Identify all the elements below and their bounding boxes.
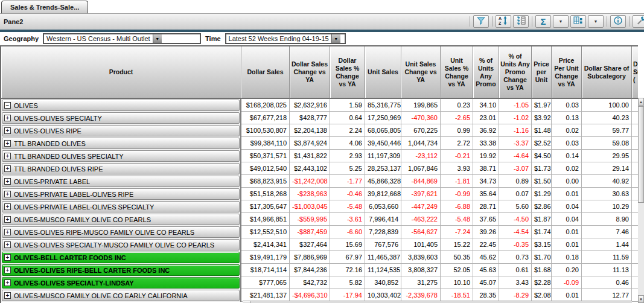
value-cell: 37.65 bbox=[473, 213, 499, 226]
expand-icon[interactable]: + bbox=[4, 178, 11, 185]
product-row-header[interactable]: +TTL BRANDED OLIVES RIPE bbox=[1, 162, 241, 175]
scroll-up-button[interactable]: ▲ bbox=[638, 98, 644, 106]
value-cell bbox=[632, 188, 638, 200]
column-header[interactable]: Price per Unit bbox=[532, 46, 552, 99]
expand-icon[interactable]: + bbox=[4, 165, 11, 172]
expand-icon[interactable]: + bbox=[4, 267, 11, 273]
product-label: OLIVES-OLIVES SPECIALTY-LINDSAY bbox=[14, 279, 134, 287]
layout-button[interactable] bbox=[570, 15, 586, 28]
expand-icon[interactable]: + bbox=[4, 153, 11, 159]
value-cell: 0.61 bbox=[499, 264, 532, 276]
column-header[interactable]: Dollar Sales Change vs YA bbox=[290, 46, 330, 99]
product-row-header[interactable]: +OLIVES-PRIVATE LABEL-OLIVES SPECIALTY bbox=[1, 200, 241, 213]
value-cell: $428,777 bbox=[290, 112, 330, 124]
value-cell: 11.13 bbox=[582, 264, 632, 276]
value-cell bbox=[632, 276, 638, 289]
value-cell: 29.95 bbox=[582, 150, 632, 162]
product-row-header[interactable]: +OLIVES-OLIVES RIPE bbox=[1, 124, 241, 137]
expand-icon[interactable]: + bbox=[4, 216, 11, 223]
filter-button[interactable] bbox=[473, 15, 489, 28]
expand-icon[interactable]: + bbox=[4, 254, 11, 261]
column-header[interactable]: Unit Sales Change vs YA bbox=[401, 46, 441, 99]
value-cell: 22.45 bbox=[473, 238, 499, 251]
tab-sales-trends[interactable]: Sales & Trends-Sale... bbox=[1, 1, 88, 13]
value-cell: -$4,696,310 bbox=[290, 289, 330, 302]
product-row-header[interactable]: +OLIVES-OLIVES SPECIALTY-LINDSAY bbox=[1, 276, 241, 289]
product-row-header[interactable]: +OLIVES-OLIVES SPECIALTY bbox=[1, 112, 241, 124]
chevron-down-icon[interactable]: ▼ bbox=[331, 34, 340, 43]
product-row-header[interactable]: +OLIVES-PRIVATE LABEL-OLIVES RIPE bbox=[1, 188, 241, 200]
product-row-header[interactable]: +OLIVES-OLIVES RIPE-MUSCO FAMILY OLIVE C… bbox=[1, 226, 241, 238]
layout-dropdown-button[interactable]: ▼ bbox=[588, 15, 604, 28]
column-header[interactable]: Product bbox=[1, 46, 241, 99]
horizontal-scrollbar[interactable] bbox=[243, 301, 632, 303]
value-cell: 3,839,603 bbox=[401, 251, 441, 264]
value-cell: 6,053,660 bbox=[365, 200, 401, 213]
scroll-down-button[interactable]: ▼ bbox=[638, 295, 644, 303]
product-label: TTL BRANDED OLIVES SPECIALTY bbox=[14, 153, 124, 160]
sum-button[interactable]: Σ bbox=[535, 15, 551, 28]
value-cell: 0.01 bbox=[552, 238, 582, 251]
product-row-header[interactable]: +OLIVES-MUSCO FAMILY OLIVE CO PEARLS bbox=[1, 213, 241, 226]
column-header[interactable]: Dollar Sales % Change vs YA bbox=[330, 46, 365, 99]
data-grid-area: ProductDollar SalesDollar Sales Change v… bbox=[0, 45, 638, 303]
expand-icon[interactable]: + bbox=[4, 203, 11, 210]
expand-icon[interactable]: + bbox=[4, 292, 11, 299]
value-cell: 59.08 bbox=[582, 137, 632, 150]
value-cell: 2.72 bbox=[441, 137, 473, 150]
column-header[interactable]: Unit Sales % Change vs YA bbox=[441, 46, 473, 99]
value-cell: -$887,459 bbox=[290, 226, 330, 238]
value-cell: 17,250,969 bbox=[365, 112, 401, 124]
value-cell: -0.21 bbox=[441, 150, 473, 162]
column-header[interactable]: Dollar Sales bbox=[241, 46, 290, 99]
expand-icon[interactable]: + bbox=[4, 115, 11, 121]
product-row-header[interactable]: +TTL BRANDED OLIVES SPECIALTY bbox=[1, 150, 241, 162]
expand-icon[interactable]: + bbox=[4, 140, 11, 147]
product-row-header[interactable]: −OLIVES bbox=[1, 99, 241, 112]
scrollbar-thumb[interactable] bbox=[638, 106, 644, 203]
value-cell: -4.50 bbox=[499, 213, 532, 226]
product-row-header[interactable]: +OLIVES-BELL CARTER FOODS INC bbox=[1, 251, 241, 264]
select-measures-button[interactable] bbox=[513, 15, 529, 28]
column-header[interactable]: % of Units Any Promo bbox=[473, 46, 499, 99]
svg-text:Z: Z bbox=[499, 21, 502, 25]
product-row-header[interactable]: +OLIVES-OLIVES SPECIALTY-MUSCO FAMILY OL… bbox=[1, 238, 241, 251]
column-header[interactable]: Unit Sales bbox=[365, 46, 401, 99]
value-cell: $3.15 bbox=[532, 238, 552, 251]
column-header[interactable]: D Su ( bbox=[632, 46, 638, 99]
value-cell: -4.64 bbox=[499, 150, 532, 162]
product-row-header[interactable]: +OLIVES-MUSCO FAMILY OLIVE CO EARLY CALI… bbox=[1, 289, 241, 302]
expand-icon[interactable]: + bbox=[4, 279, 11, 286]
value-cell: 35.64 bbox=[473, 188, 499, 200]
value-cell: $100,530,807 bbox=[241, 124, 290, 137]
collapse-icon[interactable]: − bbox=[4, 102, 11, 109]
value-cell: 0.13 bbox=[552, 112, 582, 124]
geography-select[interactable]: Western - US Census - Multi Outlet ▼ bbox=[43, 33, 201, 44]
column-header[interactable]: Dollar Share of Subcategory bbox=[582, 46, 632, 99]
scrollbar-track[interactable] bbox=[638, 203, 644, 295]
info-button[interactable] bbox=[610, 15, 626, 28]
value-cell: 7.46 bbox=[582, 226, 632, 238]
product-row-header[interactable]: +TTL BRANDED OLIVES bbox=[1, 137, 241, 150]
chevron-down-icon[interactable]: ▼ bbox=[153, 34, 162, 43]
expand-icon[interactable]: + bbox=[4, 191, 11, 197]
sort-button[interactable]: A Z bbox=[496, 15, 511, 28]
column-header[interactable]: % of Units Any Promo Change vs YA bbox=[499, 46, 532, 99]
product-row-header[interactable]: +OLIVES-PRIVATE LABEL bbox=[1, 175, 241, 188]
expand-icon[interactable]: + bbox=[4, 127, 11, 134]
sum-dropdown-button[interactable]: ▼ bbox=[553, 15, 569, 28]
value-cell: 1,067,846 bbox=[401, 162, 441, 175]
expand-icon[interactable]: + bbox=[4, 241, 11, 248]
value-cell: 3.93 bbox=[441, 162, 473, 175]
tools-button[interactable] bbox=[633, 15, 644, 28]
toolbar-separator bbox=[492, 16, 493, 27]
column-header[interactable]: Price Per Unit Change vs YA bbox=[552, 46, 582, 99]
product-row-header[interactable]: +OLIVES-OLIVES RIPE-BELL CARTER FOODS IN… bbox=[1, 264, 241, 276]
value-cell bbox=[632, 213, 638, 226]
table-row: +OLIVES-OLIVES RIPE-BELL CARTER FOODS IN… bbox=[1, 264, 638, 276]
vertical-scrollbar[interactable]: ▲ ▼ bbox=[638, 98, 644, 303]
value-cell: -8.29 bbox=[499, 289, 532, 302]
time-select[interactable]: Latest 52 Weeks Ending 04-19-15 ▼ bbox=[225, 33, 346, 44]
expand-icon[interactable]: + bbox=[4, 229, 11, 235]
value-cell: 199,865 bbox=[401, 99, 441, 112]
